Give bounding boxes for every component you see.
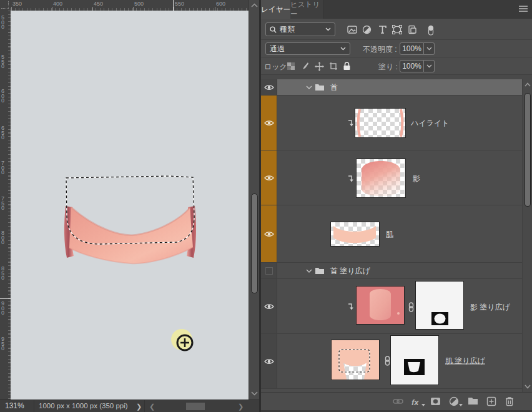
visibility-toggle[interactable] (261, 79, 277, 95)
scrollbar-thumb[interactable] (525, 93, 531, 207)
layer-row-skin[interactable]: 肌 (261, 205, 522, 263)
layer-thumbnail[interactable] (331, 340, 380, 380)
status-options-chevron[interactable]: ❯ (136, 403, 142, 411)
filter-smart-objects-icon[interactable] (408, 25, 418, 34)
layer-row-highlight[interactable]: ハイライト (261, 96, 522, 150)
layer-thumbnail[interactable] (355, 108, 406, 138)
panel-menu-icon[interactable] (519, 6, 528, 12)
layer-name[interactable]: 影 (413, 174, 420, 184)
folder-icon (315, 267, 325, 275)
layer-mask-thumbnail[interactable] (415, 281, 464, 330)
panel-tabbar: レイヤー ヒストリー (261, 0, 532, 19)
scroll-up-icon[interactable] (249, 2, 260, 11)
add-layer-mask-icon[interactable] (430, 396, 441, 406)
filter-adjustment-layers-icon[interactable] (362, 25, 372, 34)
visibility-toggle[interactable] (261, 96, 277, 150)
scrollbar-thumb[interactable] (251, 194, 258, 293)
layer-name[interactable]: 肌 塗り広げ (445, 356, 485, 366)
lock-pixels-brush-icon[interactable] (300, 62, 310, 71)
eye-icon (264, 358, 274, 365)
layer-thumbnail[interactable] (330, 222, 380, 247)
layer-mask-thumbnail[interactable] (390, 335, 439, 385)
layer-row-group-kubi[interactable]: 首 (261, 79, 522, 96)
blend-mode-select[interactable]: 通過 (265, 42, 350, 55)
canvas-pane: 350 400 450 500 550 600 500 550 600 650 … (0, 0, 261, 412)
ruler-label: 450 (94, 1, 103, 7)
new-group-folder-icon[interactable] (468, 396, 478, 406)
ruler-vertical[interactable]: 500 550 600 650 700 750 800 850 900 950 (0, 11, 11, 400)
layer-group-name[interactable]: 首 (330, 82, 338, 92)
layer-name[interactable]: 肌 (386, 229, 393, 240)
tab-history[interactable]: ヒストリー (290, 0, 324, 19)
zoom-level-field[interactable]: 131% (5, 401, 24, 410)
ruler-label: 550 (1, 55, 7, 69)
fill-label: 塗り : (378, 62, 398, 72)
lock-position-icon[interactable] (315, 62, 324, 71)
layer-style-fx-icon[interactable]: fx (411, 396, 422, 406)
visibility-toggle[interactable] (261, 279, 277, 333)
layer-thumbnail[interactable] (356, 286, 405, 325)
scroll-down-icon[interactable] (523, 383, 532, 391)
visibility-toggle[interactable] (261, 334, 277, 388)
layer-row-skin-spread[interactable]: 肌 塗り広げ (261, 334, 522, 389)
group-expand-icon[interactable] (306, 86, 312, 89)
ruler-label: 600 (1, 89, 7, 104)
delete-layer-trash-icon[interactable] (505, 396, 516, 406)
ruler-horizontal[interactable]: 350 400 450 500 550 600 (11, 0, 249, 11)
group-expand-icon[interactable] (306, 269, 312, 273)
filter-type-layers-icon[interactable] (378, 25, 388, 34)
lock-artboard-icon[interactable] (329, 62, 338, 71)
lock-transparency-icon[interactable] (287, 62, 296, 71)
canvas-vertical-scrollbar[interactable] (249, 0, 259, 400)
opacity-dropdown-icon[interactable] (424, 42, 435, 55)
visibility-toggle[interactable] (261, 205, 277, 262)
ruler-origin[interactable] (0, 0, 11, 11)
layers-scrollbar[interactable] (522, 79, 532, 392)
tab-layers[interactable]: レイヤー (261, 0, 290, 19)
brush-cursor (171, 329, 192, 350)
fill-field[interactable]: 100% (400, 60, 424, 72)
ruler-label: 850 (1, 267, 7, 281)
layer-thumbnail[interactable] (356, 159, 406, 198)
mask-link-icon[interactable] (408, 302, 415, 312)
layer-group-name[interactable]: 首 塗り広げ (330, 265, 370, 276)
layer-row-group-kubi-nurihiroge[interactable]: 首 塗り広げ (261, 263, 522, 279)
eye-icon (264, 174, 274, 181)
ruler-label: 800 (1, 231, 7, 245)
new-layer-icon[interactable] (486, 396, 497, 406)
ruler-label: 550 (175, 1, 184, 7)
layers-toolbar: fx (261, 392, 532, 410)
clipping-mask-icon (347, 302, 355, 310)
layers-list: 首 ハイライト (261, 79, 522, 392)
new-adjustment-layer-icon[interactable] (449, 396, 460, 406)
clipping-mask-icon (347, 174, 355, 182)
lock-all-icon[interactable] (343, 62, 352, 71)
chevron-down-icon (325, 27, 331, 31)
layer-name[interactable]: ハイライト (411, 118, 449, 129)
document-canvas[interactable] (11, 11, 249, 400)
eye-icon (264, 230, 274, 237)
layer-row-shadow[interactable]: 影 (261, 150, 522, 205)
filtering-toggle-icon[interactable] (426, 25, 436, 34)
link-layers-icon[interactable] (393, 396, 403, 406)
eye-icon (264, 303, 274, 310)
filter-pixel-layers-icon[interactable] (347, 25, 357, 34)
layer-name[interactable]: 影 塗り広げ (470, 302, 510, 313)
horizontal-scrollbar-thumb[interactable] (186, 403, 205, 410)
filter-shape-layers-icon[interactable] (392, 25, 402, 34)
scroll-down-icon[interactable] (249, 390, 260, 398)
filter-kind-select[interactable]: 種類 (265, 22, 335, 36)
visibility-toggle[interactable] (261, 263, 277, 278)
layer-filter-row: 種類 (261, 19, 532, 40)
ruler-label: 500 (1, 16, 7, 30)
cursor-position-indicator-x (173, 0, 174, 11)
scroll-right-icon[interactable]: ❯ (238, 403, 244, 411)
ruler-label: 750 (1, 197, 7, 211)
opacity-field[interactable]: 100% (400, 42, 424, 55)
visibility-toggle[interactable] (261, 150, 277, 205)
scroll-up-icon[interactable] (523, 81, 532, 90)
scroll-left-icon[interactable]: ❮ (149, 403, 155, 411)
layer-row-shadow-spread[interactable]: 影 塗り広げ (261, 279, 522, 334)
fill-dropdown-icon[interactable] (424, 60, 435, 72)
ruler-label: 650 (1, 126, 7, 140)
